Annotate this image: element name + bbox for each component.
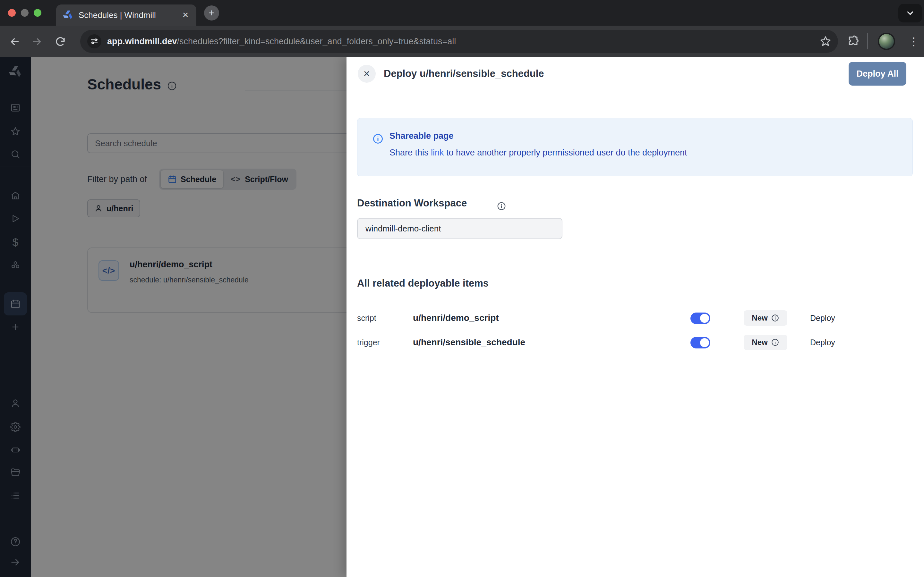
deployable-items-heading: All related deployable items	[357, 277, 489, 289]
shareable-page-infobox: Shareable page Share this link to have a…	[357, 118, 913, 176]
window-close-button[interactable]	[8, 9, 16, 17]
destination-workspace-heading: Destination Workspace	[357, 197, 467, 209]
item-kind: trigger	[357, 334, 380, 351]
windmill-favicon	[63, 10, 73, 21]
url-bar[interactable]: app.windmill.dev/schedules?filter_kind=s…	[80, 30, 838, 53]
toolbar-separator	[867, 33, 868, 49]
reload-icon	[55, 36, 66, 47]
info-icon	[372, 133, 384, 145]
badge-label: New	[752, 338, 767, 347]
drawer-close-button[interactable]: ✕	[358, 65, 376, 83]
app-viewport: $	[0, 57, 924, 577]
forward-icon	[31, 36, 43, 47]
infobox-title: Shareable page	[389, 131, 454, 141]
tab-close-icon[interactable]: ✕	[179, 9, 192, 21]
badge-info-icon[interactable]	[771, 338, 779, 347]
back-button[interactable]	[8, 35, 22, 49]
deploy-drawer: ✕ Deploy u/henri/sensible_schedule Deplo…	[347, 57, 924, 577]
browser-menu-icon[interactable]: ⋮	[907, 33, 920, 49]
extensions-icon[interactable]	[846, 34, 861, 49]
destination-info-icon[interactable]	[497, 201, 506, 211]
reload-button[interactable]	[53, 35, 67, 49]
item-enabled-toggle[interactable]	[690, 313, 710, 324]
deployable-item-row: script u/henri/demo_script New Deploy	[347, 309, 924, 327]
deployable-item-row: trigger u/henri/sensible_schedule New De…	[347, 334, 924, 351]
back-icon	[9, 36, 21, 47]
profile-avatar[interactable]	[878, 33, 895, 50]
infobox-body-suffix: to have another properly permissioned us…	[444, 148, 687, 157]
item-enabled-toggle[interactable]	[690, 337, 710, 348]
tab-strip: Schedules | Windmill ✕ +	[0, 0, 924, 26]
item-path: u/henri/demo_script	[413, 309, 499, 327]
browser-toolbar: app.windmill.dev/schedules?filter_kind=s…	[0, 26, 924, 57]
drawer-header-divider	[347, 92, 924, 92]
destination-workspace-input[interactable]: windmill-demo-client	[357, 218, 562, 239]
url-path: /schedules?filter_kind=schedule&user_and…	[177, 37, 456, 46]
tab-search-button[interactable]	[898, 4, 922, 23]
forward-button[interactable]	[30, 35, 44, 49]
infobox-body: Share this link to have another properly…	[389, 148, 687, 158]
badge-label: New	[752, 314, 767, 322]
browser-tab[interactable]: Schedules | Windmill ✕	[56, 5, 196, 26]
site-settings-icon[interactable]	[87, 34, 102, 48]
deploy-all-button[interactable]: Deploy All	[849, 62, 906, 85]
item-status-badge: New	[744, 335, 787, 350]
item-path: u/henri/sensible_schedule	[413, 334, 525, 351]
item-deploy-link[interactable]: Deploy	[810, 334, 835, 351]
toggle-knob	[700, 338, 709, 347]
bookmark-star-icon[interactable]	[819, 35, 832, 47]
toggle-knob	[700, 314, 709, 323]
window-minimize-button[interactable]	[21, 9, 29, 17]
item-deploy-link[interactable]: Deploy	[810, 309, 835, 327]
url-domain: app.windmill.dev	[107, 37, 177, 46]
infobox-body-prefix: Share this	[389, 148, 431, 157]
url-text: app.windmill.dev/schedules?filter_kind=s…	[107, 37, 819, 47]
drawer-title: Deploy u/henri/sensible_schedule	[384, 65, 544, 83]
new-tab-button[interactable]: +	[204, 5, 219, 21]
item-status-badge: New	[744, 310, 787, 326]
tab-title: Schedules | Windmill	[79, 10, 179, 20]
chevron-down-icon	[905, 8, 915, 18]
share-link[interactable]: link	[431, 148, 444, 157]
badge-info-icon[interactable]	[771, 314, 779, 322]
item-kind: script	[357, 309, 376, 327]
drawer-backdrop[interactable]	[0, 57, 347, 577]
window-zoom-button[interactable]	[34, 9, 41, 17]
